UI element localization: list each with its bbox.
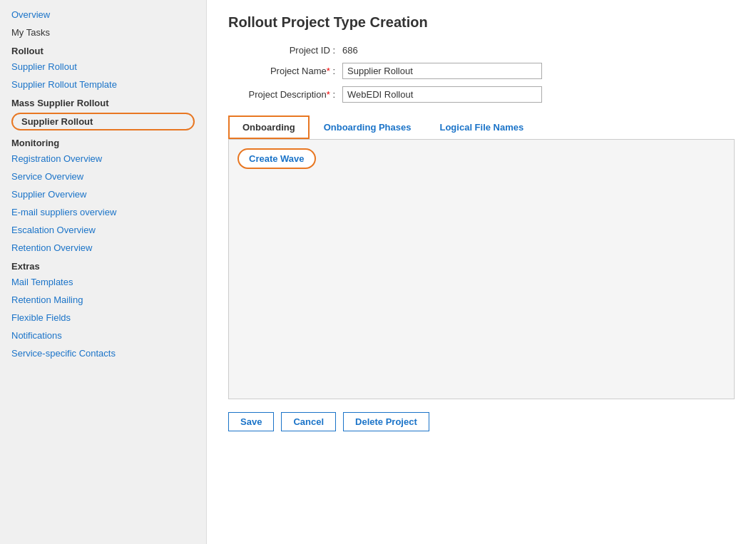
tab-onboarding-phases[interactable]: Onboarding Phases [310, 116, 426, 139]
sidebar-item-retention-overview[interactable]: Retention Overview [0, 239, 206, 257]
project-name-input[interactable] [342, 63, 542, 79]
sidebar-item-supplier-rollout-template[interactable]: Supplier Rollout Template [0, 76, 206, 93]
sidebar-item-registration-overview[interactable]: Registration Overview [0, 150, 206, 168]
cancel-button[interactable]: Cancel [281, 412, 336, 431]
sidebar-item-flexible-fields[interactable]: Flexible Fields [0, 309, 206, 327]
sidebar-section-monitoring: Monitoring [0, 133, 206, 150]
sidebar-section-rollout: Rollout [0, 41, 206, 58]
tab-onboarding[interactable]: Onboarding [228, 116, 310, 139]
sidebar-item-email-suppliers-overview[interactable]: E-mail suppliers overview [0, 203, 206, 221]
sidebar-item-supplier-rollout[interactable]: Supplier Rollout [0, 58, 206, 76]
delete-project-button[interactable]: Delete Project [343, 412, 429, 431]
save-button[interactable]: Save [228, 412, 274, 431]
sidebar-item-supplier-overview[interactable]: Supplier Overview [0, 185, 206, 203]
main-content: Rollout Project Type Creation Project ID… [207, 0, 756, 544]
sidebar-item-service-specific-contacts[interactable]: Service-specific Contacts [0, 344, 206, 362]
project-description-input[interactable] [342, 86, 542, 103]
project-description-row: Project Description* : [228, 86, 735, 103]
project-name-label: Project Name* : [228, 66, 342, 76]
tab-logical-file-names[interactable]: Logical File Names [425, 116, 538, 139]
project-id-label: Project ID : [228, 45, 342, 56]
project-id-value: 686 [342, 45, 358, 56]
sidebar-section-mass-supplier-rollout: Mass Supplier Rollout [0, 93, 206, 110]
create-wave-button[interactable]: Create Wave [237, 148, 316, 169]
sidebar-item-mail-templates[interactable]: Mail Templates [0, 273, 206, 291]
tabs-container: Onboarding Onboarding Phases Logical Fil… [228, 116, 735, 139]
page-title: Rollout Project Type Creation [228, 14, 735, 31]
sidebar-item-my-tasks[interactable]: My Tasks [0, 24, 206, 41]
sidebar-item-retention-mailing[interactable]: Retention Mailing [0, 291, 206, 309]
sidebar-item-supplier-rollout-active[interactable]: Supplier Rollout [11, 113, 195, 130]
sidebar-item-service-overview[interactable]: Service Overview [0, 168, 206, 185]
sidebar-section-extras: Extras [0, 257, 206, 273]
wave-list-area [237, 176, 725, 390]
sidebar-item-notifications[interactable]: Notifications [0, 327, 206, 344]
sidebar-item-overview[interactable]: Overview [0, 6, 206, 24]
project-id-row: Project ID : 686 [228, 45, 735, 56]
tab-content-onboarding: Create Wave [228, 139, 735, 399]
project-name-row: Project Name* : [228, 63, 735, 79]
sidebar: Overview My Tasks Rollout Supplier Rollo… [0, 0, 207, 544]
project-description-label: Project Description* : [228, 89, 342, 100]
bottom-buttons: Save Cancel Delete Project [228, 412, 735, 431]
sidebar-item-escalation-overview[interactable]: Escalation Overview [0, 221, 206, 239]
